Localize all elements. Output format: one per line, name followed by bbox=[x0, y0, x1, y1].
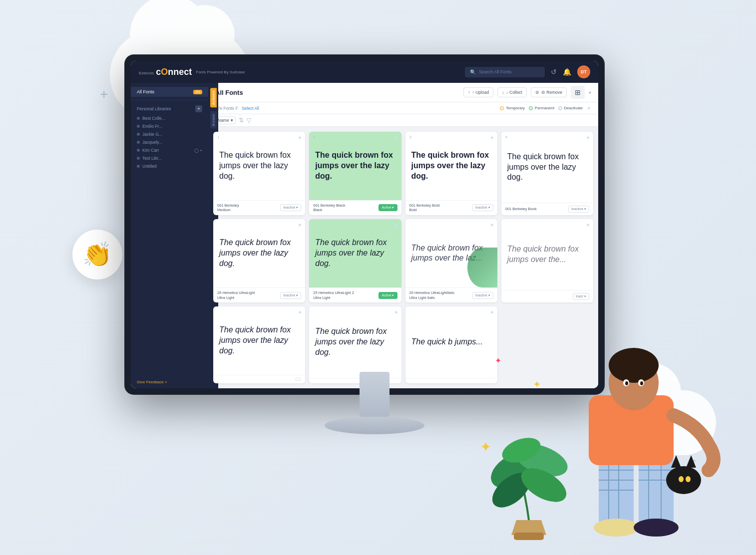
remove-button[interactable]: ⊘ ⊘ Remove bbox=[531, 87, 567, 97]
font-footer-8 bbox=[213, 375, 305, 383]
library-item-0[interactable]: Best Colle... bbox=[131, 114, 208, 122]
status-badge-8[interactable] bbox=[295, 378, 301, 381]
svg-point-11 bbox=[594, 519, 639, 537]
upload-icon: ↑ bbox=[468, 90, 470, 95]
library-dot-1 bbox=[137, 125, 140, 128]
font-preview-7: The quick brown fox jumps over the... bbox=[501, 219, 593, 290]
sort-direction-icon[interactable]: ⇅ bbox=[239, 117, 244, 124]
app-body: All Fonts 3% Personal Libraries + Best C… bbox=[131, 83, 598, 388]
status-badge-5[interactable]: Active ▾ bbox=[378, 292, 397, 299]
library-dot-3 bbox=[137, 141, 140, 144]
user-avatar[interactable]: DT bbox=[577, 65, 590, 78]
library-dot-0 bbox=[137, 117, 140, 120]
upload-button[interactable]: ↑ ↑ Upload bbox=[463, 87, 493, 97]
font-preview-5: The quick brown fox jumps over the lazy … bbox=[309, 219, 401, 287]
library-item-2[interactable]: Jackie G... bbox=[131, 130, 208, 138]
app-header: Extensis cOnnect Fonts Powered By Suitca… bbox=[131, 61, 598, 83]
font-card-1: 2 ★ The quick brown fox jumps over the l… bbox=[309, 132, 401, 215]
filter-chip-temporary[interactable]: Temporary bbox=[500, 106, 525, 110]
card-star-4[interactable]: ★ bbox=[298, 222, 302, 228]
status-badge-4[interactable]: Inactive ▾ bbox=[280, 292, 301, 299]
filter-temporary-label: Temporary bbox=[506, 106, 525, 110]
svg-point-12 bbox=[634, 519, 679, 537]
sort-name-select[interactable]: Name ▾ bbox=[215, 116, 236, 124]
extensis-text: Extensis bbox=[139, 71, 154, 75]
feedback-link[interactable]: Give Feedback > bbox=[131, 376, 208, 388]
library-item-4[interactable]: Kim Carr ◯ + bbox=[131, 146, 208, 154]
font-preview-6: The quick brown fox jumps over the laz..… bbox=[405, 219, 497, 287]
libraries-header: Personal Libraries + bbox=[131, 103, 208, 114]
library-item-6[interactable]: Untitled bbox=[131, 162, 208, 170]
font-footer-6: 26 Helvetica UltraLightItalicUltra Light… bbox=[405, 287, 497, 303]
status-badge-7[interactable]: Inact ▾ bbox=[573, 293, 589, 300]
card-num-0: 1 bbox=[217, 135, 219, 139]
card-star-10[interactable]: ★ bbox=[490, 309, 494, 315]
all-fonts-badge: 3% bbox=[193, 90, 202, 94]
monitor-screen-border: Extensis cOnnect Fonts Powered By Suitca… bbox=[125, 55, 604, 394]
font-text-2: The quick brown fox jumps over the lazy … bbox=[411, 150, 491, 181]
library-dot-6 bbox=[137, 165, 140, 168]
font-text-3: The quick brown fox jumps over the lazy … bbox=[507, 152, 587, 183]
card-star-9[interactable]: ★ bbox=[394, 309, 398, 315]
font-footer-0: 001 BerkeleyMedium Inactive ▾ bbox=[213, 200, 305, 216]
font-text-9: The quick brown fox jumps over the lazy … bbox=[315, 326, 395, 357]
card-star-2[interactable]: ★ bbox=[490, 135, 494, 140]
star-icon[interactable]: ★ bbox=[587, 105, 591, 111]
svg-point-15 bbox=[609, 348, 659, 383]
library-item-3[interactable]: Jacquely... bbox=[131, 138, 208, 146]
sidebar-item-all-fonts[interactable]: All Fonts 3% bbox=[131, 87, 208, 97]
filter-chip-permanent[interactable]: Permanent bbox=[529, 106, 554, 110]
status-badge-2[interactable]: Inactive ▾ bbox=[472, 204, 493, 211]
library-name-3: Jacquely... bbox=[142, 140, 202, 145]
status-badge-0[interactable]: Inactive ▾ bbox=[280, 204, 301, 211]
refresh-icon[interactable]: ↺ bbox=[551, 68, 557, 76]
collect-icon: ↓ bbox=[502, 90, 504, 95]
font-name-4: 26 Helvetica UltraLightUltra Light bbox=[217, 290, 278, 300]
card-star-1[interactable]: ★ bbox=[394, 135, 398, 140]
libraries-label: Personal Libraries bbox=[137, 106, 171, 111]
font-name-5: 25 Helvetica UltraLight 2Ultra Light bbox=[313, 290, 376, 300]
all-fonts-label: All Fonts bbox=[137, 89, 154, 94]
font-text-7: The quick brown fox jumps over the... bbox=[507, 244, 587, 265]
library-item-1[interactable]: Emilio Fr... bbox=[131, 122, 208, 130]
card-star-5[interactable]: ★ bbox=[394, 222, 398, 228]
library-dot-5 bbox=[137, 157, 140, 160]
chevron-down-icon[interactable]: ▾ bbox=[589, 90, 591, 95]
collect-button[interactable]: ↓ ↓ Collect bbox=[497, 87, 527, 97]
permanent-dot bbox=[529, 106, 533, 110]
tab-activate[interactable]: Activate bbox=[210, 88, 217, 107]
filter-deactivate-button[interactable]: Deactivate bbox=[558, 106, 583, 110]
library-item-5[interactable]: Test Libr... bbox=[131, 154, 208, 162]
temporary-dot bbox=[500, 106, 504, 110]
status-badge-3[interactable]: Inactive ▾ bbox=[568, 206, 589, 213]
clap-emoji: 👏 bbox=[82, 241, 112, 269]
font-text-8: The quick brown fox jumps over the lazy … bbox=[219, 325, 299, 356]
svg-point-24 bbox=[686, 476, 691, 482]
select-all-link[interactable]: Select All bbox=[242, 106, 259, 111]
card-star-0[interactable]: ★ bbox=[298, 135, 302, 140]
deactivate-dot bbox=[558, 106, 562, 110]
bell-icon[interactable]: 🔔 bbox=[563, 68, 571, 76]
header-search-box[interactable]: 🔍 Search All Fonts bbox=[465, 67, 545, 77]
add-library-button[interactable]: + bbox=[195, 105, 202, 112]
logo-connect: cOnnect bbox=[156, 67, 192, 77]
svg-point-18 bbox=[625, 381, 628, 385]
upload-label: ↑ Upload bbox=[472, 90, 489, 95]
font-preview-3: The quick brown fox jumps over the lazy … bbox=[501, 132, 593, 203]
content-toolbar: All Fonts ↑ ↑ Upload ↓ ↓ Collect ⊘ ⊘ R bbox=[208, 83, 598, 102]
svg-rect-1 bbox=[639, 455, 674, 525]
sort-chevron-icon: ▾ bbox=[231, 118, 233, 123]
person-illustration bbox=[539, 325, 729, 555]
logo-subtitle: Fonts Powered By Suitcase bbox=[196, 70, 245, 74]
card-star-3[interactable]: ★ bbox=[586, 135, 590, 140]
view-toggle-button[interactable]: ⊞ bbox=[571, 86, 585, 99]
status-badge-1[interactable]: Active ▾ bbox=[378, 204, 397, 211]
filter-deactivate-label: Deactivate bbox=[564, 106, 583, 110]
library-name-0: Best Colle... bbox=[142, 116, 202, 121]
font-card-4: ★ The quick brown fox jumps over the laz… bbox=[213, 219, 305, 302]
status-badge-6[interactable]: Inactive ▾ bbox=[472, 292, 493, 299]
card-star-8[interactable]: ★ bbox=[298, 309, 302, 315]
plant-leaf-overlay bbox=[467, 248, 497, 287]
filter-options-icon[interactable]: ▽ bbox=[247, 117, 251, 124]
tab-browse[interactable]: Browse bbox=[210, 111, 217, 129]
